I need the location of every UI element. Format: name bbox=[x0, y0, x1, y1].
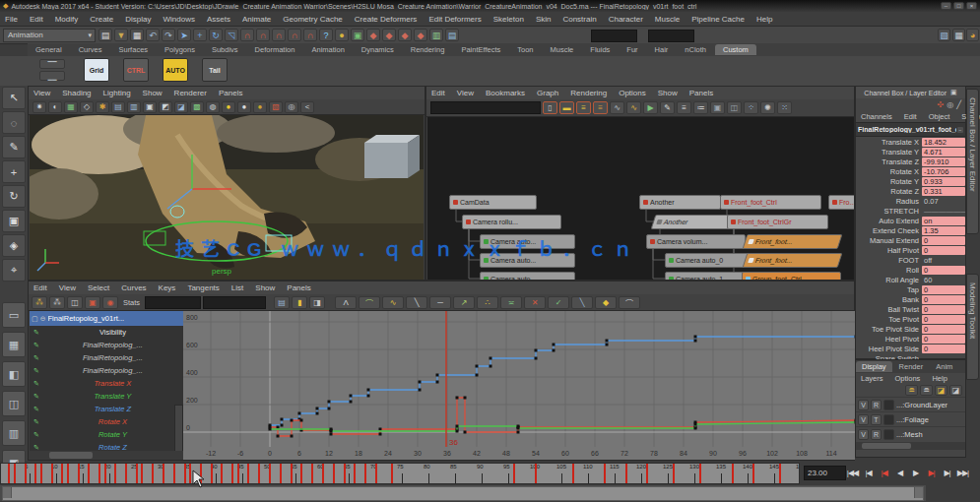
channel-value-field[interactable]: 18.452 bbox=[922, 138, 965, 147]
status-icon[interactable]: ↻ bbox=[209, 29, 223, 41]
node-editor-toolbar-icon[interactable]: ▶ bbox=[643, 101, 658, 114]
timeline-key-tick[interactable] bbox=[104, 464, 106, 483]
expand-icon[interactable]: ⊖ bbox=[40, 315, 46, 323]
viewport-toolbar-icon[interactable]: ● bbox=[237, 101, 251, 113]
status-icon[interactable]: ● bbox=[335, 29, 349, 41]
viewport-toolbar-icon[interactable]: ▧ bbox=[269, 101, 283, 113]
layout-button[interactable]: ◫ bbox=[2, 391, 26, 416]
graph-channel-label[interactable]: FinalRetopolog_... bbox=[42, 341, 183, 349]
status-icon[interactable]: ▥ bbox=[429, 29, 443, 41]
graph-channel-label[interactable]: FinalRetopolog_... bbox=[42, 366, 183, 375]
node-editor-toolbar-icon[interactable]: ≡ bbox=[576, 101, 591, 114]
tangent-type-icon[interactable]: ╲ bbox=[571, 296, 593, 309]
viewport-toolbar-icon[interactable]: ✱ bbox=[96, 101, 109, 113]
graph-node[interactable]: Group_foot_Ctrl bbox=[742, 272, 841, 280]
channel-value-field[interactable]: 0 bbox=[922, 305, 965, 314]
timeline-key-tick[interactable] bbox=[322, 464, 324, 483]
node-editor-toolbar-icon[interactable]: ✎ bbox=[660, 101, 675, 114]
viewport-toolbar-icon[interactable]: ◍ bbox=[206, 101, 220, 113]
menu-item[interactable]: Windows bbox=[159, 14, 200, 25]
graph-editor-menu-item[interactable]: List bbox=[227, 282, 248, 293]
graph-toolbar-icon[interactable]: ◉ bbox=[102, 296, 118, 309]
status-icon[interactable]: ▣ bbox=[351, 29, 364, 41]
viewport-menu-item[interactable]: Lighting bbox=[98, 88, 136, 98]
graph-editor-menu-item[interactable]: Show bbox=[250, 282, 280, 293]
viewport-toolbar-icon[interactable]: < bbox=[300, 101, 314, 113]
menu-item[interactable]: Character bbox=[604, 14, 648, 25]
node-editor-menu-item[interactable]: Graph bbox=[532, 88, 563, 98]
viewport-menu-item[interactable]: View bbox=[29, 88, 55, 98]
status-icon[interactable]: + bbox=[193, 29, 207, 41]
timeline-key-tick[interactable] bbox=[61, 464, 63, 483]
layout-button[interactable]: ◧ bbox=[2, 361, 26, 387]
timeline-key-tick[interactable] bbox=[98, 464, 100, 483]
help-line-icon[interactable]: ◕ bbox=[966, 29, 979, 41]
graph-node[interactable]: Front_foot_Ctrl bbox=[720, 195, 821, 210]
viewport-toolbar-icon[interactable]: ▥ bbox=[127, 101, 141, 113]
tool-icon[interactable]: ↖ bbox=[2, 87, 26, 109]
timeline-key-tick[interactable] bbox=[247, 464, 249, 483]
shelf-tab[interactable]: Curves bbox=[71, 44, 110, 55]
timeline-key-tick[interactable] bbox=[333, 464, 335, 483]
timeline-key-tick[interactable] bbox=[221, 464, 223, 483]
shelf-next-icon[interactable]: ▁▁ bbox=[39, 71, 65, 81]
graph-channel-row[interactable]: ✎ Translate Y bbox=[30, 390, 183, 403]
shelf-prev-icon[interactable]: ▔▔ bbox=[39, 59, 65, 69]
time-slider[interactable]: 5101520253035404550556065707580859095100… bbox=[0, 463, 800, 484]
tangent-type-icon[interactable]: ≍ bbox=[500, 296, 522, 309]
layer-color-swatch[interactable] bbox=[883, 414, 894, 425]
menu-item[interactable]: Create bbox=[85, 14, 118, 25]
tangent-type-icon[interactable]: ⌒ bbox=[619, 296, 640, 309]
graph-editor-menu-item[interactable]: Select bbox=[83, 282, 114, 293]
layer-display-type-toggle[interactable]: T bbox=[871, 414, 882, 425]
node-editor-menu-item[interactable]: View bbox=[452, 88, 479, 98]
timeline-key-tick[interactable] bbox=[237, 464, 239, 483]
viewport-toolbar-icon[interactable]: ▦ bbox=[64, 101, 78, 113]
menu-item[interactable]: Edit bbox=[25, 14, 48, 25]
channel-value-field[interactable]: 0 bbox=[922, 236, 965, 245]
playback-button[interactable]: |◀ bbox=[877, 466, 891, 479]
shelf-tab[interactable]: Deformation bbox=[247, 44, 303, 55]
range-slider[interactable] bbox=[0, 485, 926, 501]
shelf-item-button[interactable]: AUTO bbox=[163, 58, 188, 82]
viewport-menu-item[interactable]: Show bbox=[138, 88, 167, 98]
playback-button[interactable]: |◀◀ bbox=[845, 466, 860, 479]
timeline-key-tick[interactable] bbox=[114, 464, 116, 483]
layer-row[interactable]: V R ...:Mesh bbox=[856, 426, 965, 441]
timeline-key-tick[interactable] bbox=[604, 464, 606, 483]
shelf-tab[interactable]: Custom bbox=[715, 44, 756, 55]
channel-value-field[interactable]: 60 bbox=[922, 276, 965, 284]
menu-item[interactable]: Muscle bbox=[650, 14, 685, 25]
timeline-key-tick[interactable] bbox=[14, 464, 16, 483]
pencil-icon[interactable]: ╱ bbox=[956, 100, 961, 109]
input-field-2[interactable] bbox=[648, 30, 694, 42]
channel-value-field[interactable]: 0.07 bbox=[922, 197, 965, 206]
viewport-menu-item[interactable]: Panels bbox=[214, 88, 247, 98]
status-icon[interactable]: ▼ bbox=[114, 29, 128, 41]
playback-button[interactable]: ▶| bbox=[940, 466, 954, 479]
status-icon[interactable]: ▤ bbox=[98, 29, 112, 41]
menu-item[interactable]: Pipeline Cache bbox=[686, 14, 750, 25]
timeline-key-tick[interactable] bbox=[125, 464, 127, 483]
playback-button[interactable]: |◀ bbox=[861, 466, 876, 479]
graph-channel-row[interactable]: ✎ FinalRetopolog_... bbox=[30, 339, 183, 351]
channel-value-field[interactable]: 0.331 bbox=[922, 187, 965, 196]
layer-visibility-toggle[interactable]: V bbox=[858, 400, 869, 410]
window-control-button[interactable]: – bbox=[941, 2, 951, 10]
status-icon[interactable]: ? bbox=[319, 29, 333, 41]
channel-box-menu-item[interactable]: Channels bbox=[856, 111, 897, 122]
timeline-key-tick[interactable] bbox=[34, 464, 36, 483]
timeline-key-tick[interactable] bbox=[732, 464, 734, 483]
shelf-tab[interactable]: Fluids bbox=[582, 44, 618, 55]
layer-display-type-toggle[interactable]: R bbox=[871, 429, 882, 440]
timeline-key-tick[interactable] bbox=[646, 464, 648, 483]
layer-editor-tab[interactable]: Anim bbox=[930, 361, 958, 372]
graph-node[interactable]: Camera rollu... bbox=[462, 215, 561, 229]
graph-node[interactable]: CamData bbox=[449, 195, 537, 210]
viewport-toolbar-icon[interactable]: ▩ bbox=[190, 101, 204, 113]
layer-name[interactable]: ...:Mesh bbox=[896, 430, 923, 439]
graph-editor-menu-item[interactable]: Curves bbox=[116, 282, 151, 293]
status-icon[interactable]: ◆ bbox=[414, 29, 427, 41]
timeline-key-tick[interactable] bbox=[364, 464, 366, 483]
timeline-key-tick[interactable] bbox=[375, 464, 377, 483]
